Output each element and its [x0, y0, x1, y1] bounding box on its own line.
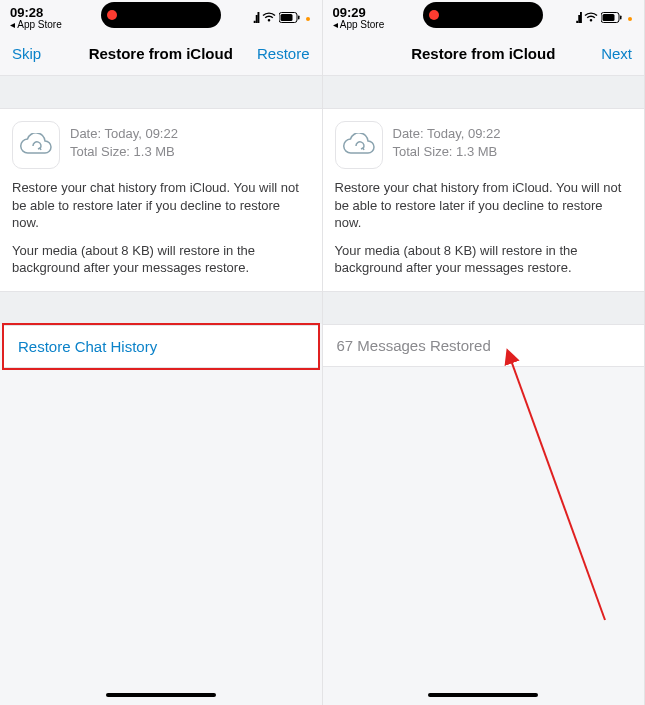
status-bar: 09:28 ◂ App Store .ıl	[0, 0, 322, 32]
status-icons: .ıl	[253, 9, 310, 27]
wifi-icon	[262, 9, 276, 27]
dynamic-island	[423, 2, 543, 28]
info-paragraph-2: Your media (about 8 KB) will restore in …	[335, 242, 633, 277]
section-spacer	[0, 292, 322, 324]
section-spacer	[323, 292, 645, 324]
section-spacer	[323, 76, 645, 108]
phone-left: 09:28 ◂ App Store .ıl Skip Restore from …	[0, 0, 323, 705]
restore-chat-history-button[interactable]: Restore Chat History	[4, 325, 318, 368]
backup-size: Total Size: 1.3 MB	[393, 143, 501, 161]
backup-size: Total Size: 1.3 MB	[70, 143, 178, 161]
cellular-icon: .ıl	[253, 10, 259, 26]
status-time: 09:28	[10, 6, 62, 19]
mic-indicator-icon	[628, 17, 632, 21]
backup-date: Date: Today, 09:22	[70, 125, 178, 143]
section-spacer	[0, 76, 322, 108]
recording-indicator-icon	[429, 10, 439, 20]
status-icons: .ıl	[575, 9, 632, 27]
battery-icon	[601, 9, 623, 27]
dynamic-island	[101, 2, 221, 28]
messages-restored-status: 67 Messages Restored	[323, 324, 645, 367]
cloud-icon	[335, 121, 383, 169]
status-bar: 09:29 ◂ App Store .ıl	[323, 0, 645, 32]
phone-right: 09:29 ◂ App Store .ıl Restore from iClou…	[323, 0, 646, 705]
info-paragraph-1: Restore your chat history from iCloud. Y…	[12, 179, 310, 232]
info-paragraph-1: Restore your chat history from iCloud. Y…	[335, 179, 633, 232]
nav-bar: Restore from iCloud Next	[323, 32, 645, 76]
skip-button[interactable]: Skip	[12, 45, 68, 62]
svg-rect-4	[603, 14, 615, 21]
back-to-appstore[interactable]: ◂ App Store	[10, 20, 62, 30]
nav-title: Restore from iCloud	[391, 45, 577, 62]
status-time: 09:29	[333, 6, 385, 19]
cellular-icon: .ıl	[575, 10, 581, 26]
back-to-appstore[interactable]: ◂ App Store	[333, 20, 385, 30]
svg-rect-2	[298, 16, 300, 20]
nav-bar: Skip Restore from iCloud Restore	[0, 32, 322, 76]
annotation-highlight: Restore Chat History	[2, 323, 320, 370]
info-paragraph-2: Your media (about 8 KB) will restore in …	[12, 242, 310, 277]
home-indicator[interactable]	[106, 693, 216, 697]
mic-indicator-icon	[306, 17, 310, 21]
wifi-icon	[584, 9, 598, 27]
backup-info-card: Date: Today, 09:22 Total Size: 1.3 MB Re…	[0, 108, 322, 292]
cloud-icon	[12, 121, 60, 169]
nav-title: Restore from iCloud	[68, 45, 254, 62]
restore-button[interactable]: Restore	[254, 45, 310, 62]
backup-date: Date: Today, 09:22	[393, 125, 501, 143]
next-button[interactable]: Next	[576, 45, 632, 62]
svg-rect-5	[620, 16, 622, 20]
svg-rect-1	[280, 14, 292, 21]
battery-icon	[279, 9, 301, 27]
backup-info-card: Date: Today, 09:22 Total Size: 1.3 MB Re…	[323, 108, 645, 292]
home-indicator[interactable]	[428, 693, 538, 697]
recording-indicator-icon	[107, 10, 117, 20]
